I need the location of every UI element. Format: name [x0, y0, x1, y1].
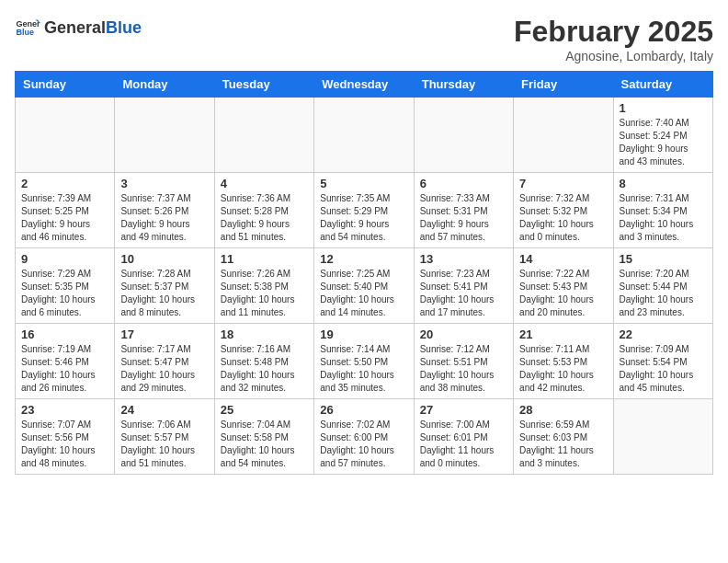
weekday-header-thursday: Thursday [414, 72, 513, 98]
calendar-cell [214, 98, 313, 173]
calendar-cell: 16Sunrise: 7:19 AM Sunset: 5:46 PM Dayli… [16, 324, 115, 399]
calendar-cell: 11Sunrise: 7:26 AM Sunset: 5:38 PM Dayli… [214, 248, 313, 324]
day-info: Sunrise: 7:28 AM Sunset: 5:37 PM Dayligh… [120, 268, 208, 319]
day-number: 24 [120, 403, 208, 417]
day-number: 6 [420, 177, 507, 190]
day-info: Sunrise: 7:29 AM Sunset: 5:35 PM Dayligh… [21, 268, 108, 319]
day-number: 13 [420, 252, 507, 266]
day-info: Sunrise: 7:25 AM Sunset: 5:40 PM Dayligh… [320, 268, 407, 319]
calendar-cell: 13Sunrise: 7:23 AM Sunset: 5:41 PM Dayli… [414, 248, 513, 324]
day-info: Sunrise: 7:00 AM Sunset: 6:01 PM Dayligh… [420, 419, 507, 470]
day-info: Sunrise: 7:40 AM Sunset: 5:24 PM Dayligh… [620, 117, 707, 168]
calendar-cell [514, 98, 613, 173]
month-year: February 2025 [514, 15, 713, 49]
day-info: Sunrise: 7:39 AM Sunset: 5:25 PM Dayligh… [21, 192, 108, 244]
calendar-cell: 27Sunrise: 7:00 AM Sunset: 6:01 PM Dayli… [414, 399, 513, 475]
day-info: Sunrise: 7:26 AM Sunset: 5:38 PM Dayligh… [221, 268, 308, 319]
calendar-cell: 9Sunrise: 7:29 AM Sunset: 5:35 PM Daylig… [16, 248, 115, 324]
day-number: 4 [221, 177, 308, 190]
calendar-cell: 3Sunrise: 7:37 AM Sunset: 5:26 PM Daylig… [115, 173, 214, 248]
calendar-cell: 8Sunrise: 7:31 AM Sunset: 5:34 PM Daylig… [613, 173, 712, 248]
logo-text-blue: Blue [106, 18, 142, 38]
day-info: Sunrise: 7:17 AM Sunset: 5:47 PM Dayligh… [120, 343, 208, 395]
day-info: Sunrise: 7:07 AM Sunset: 5:56 PM Dayligh… [21, 419, 108, 470]
day-number: 26 [320, 403, 407, 417]
day-number: 1 [620, 101, 707, 115]
calendar-cell: 5Sunrise: 7:35 AM Sunset: 5:29 PM Daylig… [314, 173, 414, 248]
calendar-cell: 18Sunrise: 7:16 AM Sunset: 5:48 PM Dayli… [214, 324, 313, 399]
day-number: 22 [620, 327, 707, 341]
day-info: Sunrise: 7:19 AM Sunset: 5:46 PM Dayligh… [21, 343, 108, 395]
calendar-cell: 26Sunrise: 7:02 AM Sunset: 6:00 PM Dayli… [314, 399, 414, 475]
calendar-cell: 4Sunrise: 7:36 AM Sunset: 5:28 PM Daylig… [214, 173, 313, 248]
day-info: Sunrise: 6:59 AM Sunset: 6:03 PM Dayligh… [519, 419, 607, 470]
title-area: February 2025 Agnosine, Lombardy, Italy [514, 15, 713, 63]
calendar: SundayMondayTuesdayWednesdayThursdayFrid… [15, 71, 713, 475]
day-info: Sunrise: 7:35 AM Sunset: 5:29 PM Dayligh… [320, 192, 407, 244]
day-number: 23 [21, 403, 108, 417]
calendar-cell [414, 98, 513, 173]
day-number: 10 [120, 252, 208, 266]
day-info: Sunrise: 7:37 AM Sunset: 5:26 PM Dayligh… [120, 192, 208, 244]
calendar-cell: 28Sunrise: 6:59 AM Sunset: 6:03 PM Dayli… [514, 399, 613, 475]
day-number: 18 [221, 327, 308, 341]
weekday-header-sunday: Sunday [16, 72, 115, 98]
day-number: 19 [320, 327, 407, 341]
calendar-cell [314, 98, 414, 173]
day-info: Sunrise: 7:06 AM Sunset: 5:57 PM Dayligh… [120, 419, 208, 470]
day-number: 5 [320, 177, 407, 190]
day-info: Sunrise: 7:22 AM Sunset: 5:43 PM Dayligh… [519, 268, 607, 319]
week-row-4: 16Sunrise: 7:19 AM Sunset: 5:46 PM Dayli… [16, 324, 713, 399]
day-number: 21 [519, 327, 607, 341]
day-number: 2 [21, 177, 108, 190]
calendar-cell: 6Sunrise: 7:33 AM Sunset: 5:31 PM Daylig… [414, 173, 513, 248]
day-number: 20 [420, 327, 507, 341]
day-number: 25 [221, 403, 308, 417]
calendar-cell: 22Sunrise: 7:09 AM Sunset: 5:54 PM Dayli… [613, 324, 712, 399]
calendar-cell: 20Sunrise: 7:12 AM Sunset: 5:51 PM Dayli… [414, 324, 513, 399]
calendar-cell: 2Sunrise: 7:39 AM Sunset: 5:25 PM Daylig… [16, 173, 115, 248]
calendar-cell: 21Sunrise: 7:11 AM Sunset: 5:53 PM Dayli… [514, 324, 613, 399]
svg-text:Blue: Blue [16, 28, 34, 37]
logo-icon: General Blue [15, 15, 40, 40]
day-info: Sunrise: 7:09 AM Sunset: 5:54 PM Dayligh… [620, 343, 707, 395]
week-row-1: 1Sunrise: 7:40 AM Sunset: 5:24 PM Daylig… [16, 98, 713, 173]
day-info: Sunrise: 7:16 AM Sunset: 5:48 PM Dayligh… [221, 343, 308, 395]
logo-text-general: General [44, 18, 106, 38]
day-number: 14 [519, 252, 607, 266]
weekday-header-saturday: Saturday [613, 72, 712, 98]
calendar-cell: 10Sunrise: 7:28 AM Sunset: 5:37 PM Dayli… [115, 248, 214, 324]
day-info: Sunrise: 7:12 AM Sunset: 5:51 PM Dayligh… [420, 343, 507, 395]
calendar-cell: 1Sunrise: 7:40 AM Sunset: 5:24 PM Daylig… [613, 98, 712, 173]
day-number: 7 [519, 177, 607, 190]
day-number: 28 [519, 403, 607, 417]
calendar-cell: 7Sunrise: 7:32 AM Sunset: 5:32 PM Daylig… [514, 173, 613, 248]
day-number: 9 [21, 252, 108, 266]
day-number: 15 [620, 252, 707, 266]
calendar-cell: 12Sunrise: 7:25 AM Sunset: 5:40 PM Dayli… [314, 248, 414, 324]
calendar-cell [16, 98, 115, 173]
weekday-header-wednesday: Wednesday [314, 72, 414, 98]
calendar-cell: 24Sunrise: 7:06 AM Sunset: 5:57 PM Dayli… [115, 399, 214, 475]
weekday-header-monday: Monday [115, 72, 214, 98]
day-number: 3 [120, 177, 208, 190]
day-number: 8 [620, 177, 707, 190]
week-row-3: 9Sunrise: 7:29 AM Sunset: 5:35 PM Daylig… [16, 248, 713, 324]
weekday-header-row: SundayMondayTuesdayWednesdayThursdayFrid… [16, 72, 713, 98]
header: General Blue GeneralBlue February 2025 A… [15, 15, 713, 63]
day-info: Sunrise: 7:04 AM Sunset: 5:58 PM Dayligh… [221, 419, 308, 470]
day-info: Sunrise: 7:36 AM Sunset: 5:28 PM Dayligh… [221, 192, 308, 244]
day-number: 16 [21, 327, 108, 341]
weekday-header-tuesday: Tuesday [214, 72, 313, 98]
day-info: Sunrise: 7:11 AM Sunset: 5:53 PM Dayligh… [519, 343, 607, 395]
calendar-cell [115, 98, 214, 173]
day-number: 17 [120, 327, 208, 341]
calendar-cell: 17Sunrise: 7:17 AM Sunset: 5:47 PM Dayli… [115, 324, 214, 399]
day-info: Sunrise: 7:02 AM Sunset: 6:00 PM Dayligh… [320, 419, 407, 470]
day-info: Sunrise: 7:14 AM Sunset: 5:50 PM Dayligh… [320, 343, 407, 395]
calendar-cell: 15Sunrise: 7:20 AM Sunset: 5:44 PM Dayli… [613, 248, 712, 324]
week-row-5: 23Sunrise: 7:07 AM Sunset: 5:56 PM Dayli… [16, 399, 713, 475]
week-row-2: 2Sunrise: 7:39 AM Sunset: 5:25 PM Daylig… [16, 173, 713, 248]
day-number: 11 [221, 252, 308, 266]
location: Agnosine, Lombardy, Italy [514, 49, 713, 63]
